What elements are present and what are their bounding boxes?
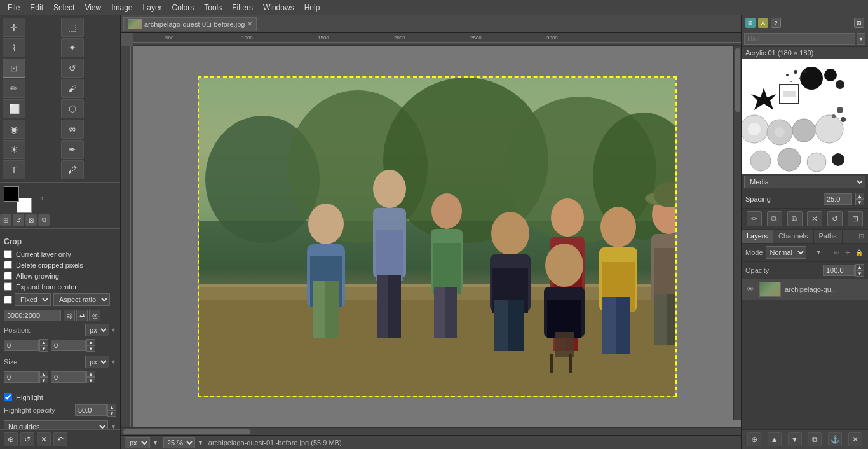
more-brush-button[interactable]: ⊡ [848, 211, 863, 226]
allow-growing-checkbox[interactable] [4, 272, 12, 280]
lock-all-icon[interactable]: 🔒 [854, 247, 864, 258]
letter-a-icon[interactable]: A [758, 18, 768, 28]
layer-visibility-icon[interactable]: 👁 [745, 284, 756, 294]
restore-preset-icon[interactable]: ↺ [20, 432, 34, 446]
smudge-tool[interactable]: ⊗ [61, 120, 84, 139]
menu-help[interactable]: Help [299, 2, 325, 13]
eraser-tool[interactable]: ⬜ [3, 99, 25, 118]
expand-panel-icon[interactable]: ⊡ [854, 18, 864, 28]
layer-item[interactable]: 👁 archipelago-qu... [742, 279, 868, 300]
dodge-tool[interactable]: ☀ [3, 140, 25, 159]
options-icon-1[interactable]: ⊞ [0, 214, 11, 226]
rect-select-tool[interactable]: ⬚ [61, 18, 84, 37]
tab-channels[interactable]: Channels [773, 230, 813, 243]
color-picker-tool[interactable]: 🖍 [61, 160, 84, 179]
size-w-down[interactable]: ▼ [39, 377, 48, 383]
vscrollbar[interactable] [733, 46, 741, 420]
tab-close-icon[interactable]: ✕ [247, 20, 252, 27]
zoom-select[interactable]: 25 % [163, 437, 195, 448]
dimension-input[interactable] [4, 310, 61, 321]
lock-pixels-icon[interactable]: ✏ [831, 247, 841, 258]
canvas-wrapper[interactable]: 500 1000 1500 2000 2500 3000 [121, 33, 741, 427]
pos-x-down[interactable]: ▼ [39, 345, 48, 352]
pos-y-input[interactable] [51, 340, 86, 351]
paintbrush-tool[interactable]: 🖌 [61, 79, 84, 98]
text-tool[interactable]: T [3, 160, 25, 179]
size-h-up[interactable]: ▲ [86, 371, 95, 377]
menu-layer[interactable]: Layer [138, 2, 167, 13]
blur-tool[interactable]: ◉ [3, 120, 25, 139]
chain-icon[interactable]: ⛓ [64, 310, 75, 321]
delete-brush-button[interactable]: ✕ [807, 211, 822, 226]
size-w-up[interactable]: ▲ [39, 371, 48, 377]
lasso-tool[interactable]: ⌇ [3, 38, 25, 57]
aspect-select[interactable]: Aspect ratio [53, 293, 110, 306]
fixed-checkbox[interactable] [4, 296, 12, 304]
refresh-brush-button[interactable]: ↺ [827, 211, 843, 226]
position-unit-select[interactable]: px [85, 324, 109, 336]
menu-view[interactable]: View [79, 2, 106, 13]
unit-select[interactable]: px [125, 437, 150, 448]
expand-from-center-row[interactable]: Expand from center [4, 282, 116, 291]
pos-x-up[interactable]: ▲ [39, 339, 48, 345]
crop-tool[interactable]: ⊡ [3, 59, 25, 78]
fuzzy-select-tool[interactable]: ✦ [61, 38, 84, 57]
guides-chevron[interactable]: ▼ [111, 424, 116, 429]
current-layer-only-checkbox[interactable] [4, 250, 12, 258]
foreground-color[interactable] [4, 186, 19, 202]
unit-chevron[interactable]: ▼ [153, 439, 158, 446]
menu-colors[interactable]: Colors [167, 2, 200, 13]
menu-tools[interactable]: Tools [199, 2, 227, 13]
opacity-up[interactable]: ▲ [855, 264, 864, 270]
menu-edit[interactable]: Edit [25, 2, 48, 13]
tab-layers[interactable]: Layers [742, 230, 773, 243]
copy-brush-button[interactable]: ⧉ [767, 211, 782, 226]
size-unit-select[interactable]: px [85, 356, 109, 368]
paste-brush-button[interactable]: ⧉ [787, 211, 803, 226]
delete-layer-button[interactable]: ✕ [848, 432, 862, 446]
raise-layer-button[interactable]: ▲ [768, 432, 782, 446]
fixed-select[interactable]: Fixed [15, 293, 51, 306]
anchor-layer-button[interactable]: ⚓ [828, 432, 842, 446]
position-chevron[interactable]: ▼ [111, 327, 116, 333]
size-chevron[interactable]: ▼ [111, 359, 116, 365]
question-icon[interactable]: ? [771, 18, 781, 28]
pos-y-up[interactable]: ▲ [86, 339, 95, 345]
opacity-input[interactable] [823, 265, 855, 276]
menu-image[interactable]: Image [106, 2, 137, 13]
media-select[interactable]: Media, Watercolor Oil Charcoal [744, 176, 865, 188]
delete-cropped-row[interactable]: Delete cropped pixels [4, 261, 116, 269]
options-icon-4[interactable]: ⧉ [38, 214, 50, 226]
allow-growing-row[interactable]: Allow growing [4, 272, 116, 280]
tab-paths[interactable]: Paths [814, 230, 843, 243]
bucket-tool[interactable]: ⬡ [61, 99, 84, 118]
hscroll-thumb[interactable] [123, 429, 250, 434]
zoom-chevron[interactable]: ▼ [198, 439, 203, 446]
pos-y-down[interactable]: ▼ [86, 345, 95, 352]
new-layer-button[interactable]: ⊕ [747, 432, 761, 446]
layers-gear-icon[interactable]: ⊡ [855, 230, 868, 243]
size-h-down[interactable]: ▼ [86, 377, 95, 383]
spacing-up[interactable]: ▲ [855, 193, 864, 199]
rotate-tool[interactable]: ↺ [61, 59, 84, 78]
size-h-input[interactable] [51, 371, 86, 383]
size-w-input[interactable] [4, 371, 39, 383]
vscroll-thumb[interactable] [735, 48, 740, 112]
expand-from-center-checkbox[interactable] [4, 282, 12, 291]
spacing-input[interactable] [824, 193, 852, 205]
new-preset-icon[interactable]: ⊕ [4, 432, 18, 446]
canvas-content[interactable] [133, 46, 741, 427]
mode-expand-icon[interactable]: ▼ [816, 249, 822, 256]
grid-icon[interactable]: ⊞ [745, 18, 756, 28]
current-layer-only-row[interactable]: Current layer only [4, 250, 116, 258]
path-tool[interactable]: ✒ [61, 140, 84, 159]
duplicate-layer-button[interactable]: ⧉ [808, 432, 822, 446]
delete-cropped-checkbox[interactable] [4, 261, 12, 269]
center-icon[interactable]: ◎ [89, 310, 100, 321]
lock-position-icon[interactable]: ✛ [843, 247, 853, 258]
image-tab[interactable]: archipelago-quest-01i-before.jpg ✕ [123, 17, 257, 31]
guides-select[interactable]: No guides [4, 420, 108, 429]
hl-opacity-up[interactable]: ▲ [107, 404, 116, 410]
delete-preset-icon[interactable]: ✕ [37, 432, 51, 446]
opacity-down[interactable]: ▼ [855, 270, 864, 277]
